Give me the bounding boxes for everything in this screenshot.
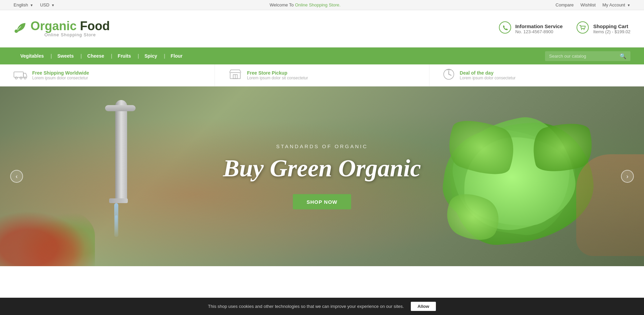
language-dropdown-arrow: ▼ [30, 3, 33, 7]
feature-pickup-desc: Lorem ipsum dolor sit consectetur [247, 76, 308, 80]
wishlist-link[interactable]: Wishlist [580, 2, 596, 7]
header: Organic Food Online Shopping Store Infor… [0, 10, 644, 47]
cart-title: Shopping Cart [593, 23, 630, 29]
store-link[interactable]: Online Shopping Store. [295, 2, 340, 7]
language-selector[interactable]: English ▼ [14, 2, 33, 7]
logo-subtitle: Online Shopping Store [31, 32, 110, 37]
nav-item-spicy[interactable]: Spicy [138, 47, 164, 64]
feature-deal: Deal of the day Lorem ipsum dolor consec… [429, 64, 644, 86]
top-bar-left: English ▼ USD ▼ [14, 2, 55, 7]
feature-shipping-desc: Lorem ipsum dolor consectetur [32, 76, 89, 80]
svg-rect-5 [14, 72, 23, 77]
feature-shipping-title: Free Shipping Worldwide [32, 70, 89, 76]
hero-prev-button[interactable]: ‹ [10, 170, 23, 183]
info-service-title: Information Service [515, 23, 563, 29]
feature-shipping: Free Shipping Worldwide Lorem ipsum dolo… [0, 64, 215, 86]
search-input[interactable] [549, 54, 617, 59]
feature-deal-text: Deal of the day Lorem ipsum dolor consec… [460, 70, 516, 80]
store-icon [228, 69, 242, 82]
veggies-decoration [0, 205, 95, 266]
nav-items: Vegitables Sweets Cheese Fruits Spicy Fl… [14, 47, 545, 64]
svg-point-3 [581, 29, 582, 30]
cart-items: Items (2) - $199.02 [593, 29, 630, 34]
hero-title: Buy Green Organic [223, 154, 421, 182]
logo-brand: Organic Food [31, 20, 110, 32]
clock-icon [443, 68, 455, 82]
nav-item-flour[interactable]: Flour [164, 47, 189, 64]
cart-text: Shopping Cart Items (2) - $199.02 [593, 23, 630, 34]
nav-search: 🔍 [545, 51, 630, 61]
logo-area[interactable]: Organic Food Online Shopping Store [14, 20, 110, 37]
currency-selector[interactable]: USD ▼ [40, 2, 55, 7]
hero-subtitle: STANDARDS OF ORGANIC [223, 143, 421, 149]
nav-item-fruits[interactable]: Fruits [111, 47, 138, 64]
currency-dropdown-arrow: ▼ [51, 3, 55, 7]
info-service-phone: No. 123-4567-8900 [515, 29, 563, 34]
cart-icon [576, 21, 589, 37]
compare-link[interactable]: Compare [556, 2, 573, 7]
features-bar: Free Shipping Worldwide Lorem ipsum dolo… [0, 64, 644, 86]
info-service: Information Service No. 123-4567-8900 [499, 21, 563, 36]
search-icon[interactable]: 🔍 [620, 53, 626, 59]
top-bar: English ▼ USD ▼ Welcome To Online Shoppi… [0, 0, 644, 10]
welcome-message: Welcome To Online Shopping Store. [270, 2, 341, 7]
hero-content: STANDARDS OF ORGANIC Buy Green Organic S… [223, 143, 421, 210]
my-account-link[interactable]: My Account ▼ [602, 2, 630, 7]
person-decoration [576, 154, 644, 256]
header-right: Information Service No. 123-4567-8900 Sh… [499, 21, 630, 37]
nav-item-vegitables[interactable]: Vegitables [14, 47, 51, 64]
logo-leaf-icon [14, 20, 27, 37]
feature-deal-desc: Lorem ipsum dolor consectetur [460, 76, 516, 80]
nav-item-cheese[interactable]: Cheese [81, 47, 111, 64]
hero-next-button[interactable]: › [621, 170, 634, 183]
svg-line-14 [449, 74, 451, 75]
nav-item-sweets[interactable]: Sweets [51, 47, 80, 64]
phone-icon [499, 21, 511, 36]
feature-pickup: Free Store Pickup Lorem ipsum dolor sit … [215, 64, 430, 86]
info-service-text: Information Service No. 123-4567-8900 [515, 23, 563, 34]
hero-section: STANDARDS OF ORGANIC Buy Green Organic S… [0, 86, 644, 266]
top-bar-right: Compare Wishlist My Account ▼ [556, 2, 630, 7]
feature-deal-title: Deal of the day [460, 70, 516, 76]
nav-bar: Vegitables Sweets Cheese Fruits Spicy Fl… [0, 47, 644, 64]
svg-point-2 [577, 22, 588, 33]
svg-point-0 [15, 29, 18, 33]
feature-pickup-text: Free Store Pickup Lorem ipsum dolor sit … [247, 70, 308, 80]
truck-icon [14, 69, 27, 82]
faucet-decoration [95, 86, 163, 266]
svg-point-1 [499, 22, 511, 33]
shopping-cart[interactable]: Shopping Cart Items (2) - $199.02 [576, 21, 630, 37]
feature-shipping-text: Free Shipping Worldwide Lorem ipsum dolo… [32, 70, 89, 80]
account-dropdown-arrow: ▼ [627, 3, 630, 7]
shop-now-button[interactable]: Shop Now [293, 194, 351, 210]
svg-point-4 [584, 29, 585, 30]
feature-pickup-title: Free Store Pickup [247, 70, 308, 76]
logo-text: Organic Food Online Shopping Store [31, 20, 110, 37]
